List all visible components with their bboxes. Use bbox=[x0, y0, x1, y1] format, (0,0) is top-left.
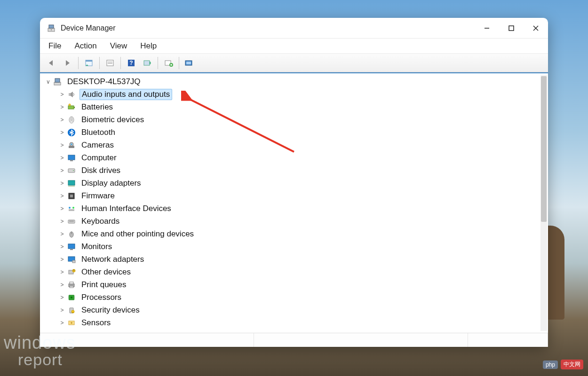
tree-item[interactable]: > Mice and other pointing devices bbox=[44, 227, 540, 240]
tree-item[interactable]: > Audio inputs and outputs bbox=[44, 88, 540, 101]
svg-rect-30 bbox=[68, 155, 75, 160]
app-icon bbox=[47, 24, 56, 33]
tree-item[interactable]: > Print queues bbox=[44, 278, 540, 291]
toolbar-scan[interactable] bbox=[140, 56, 154, 70]
tree-item[interactable]: > Sensors bbox=[44, 316, 540, 329]
tree-item[interactable]: > Human Interface Devices bbox=[44, 202, 540, 215]
svg-rect-21 bbox=[69, 93, 71, 96]
tree-item[interactable]: > Cameras bbox=[44, 139, 540, 151]
tree-item-label: Audio inputs and outputs bbox=[79, 89, 172, 100]
camera-icon bbox=[66, 141, 77, 150]
svg-rect-9 bbox=[107, 60, 113, 66]
tree-item-label: Disk drives bbox=[79, 165, 122, 176]
close-button[interactable] bbox=[524, 18, 548, 39]
expand-icon[interactable]: > bbox=[58, 294, 66, 301]
expand-icon[interactable]: > bbox=[58, 142, 66, 149]
hid-icon bbox=[66, 204, 77, 213]
toolbar-forward[interactable] bbox=[61, 56, 75, 70]
svg-rect-55 bbox=[70, 286, 73, 288]
minimize-button[interactable] bbox=[475, 18, 499, 39]
svg-rect-20 bbox=[55, 78, 60, 82]
expand-icon[interactable]: > bbox=[58, 155, 66, 161]
expand-icon[interactable]: > bbox=[58, 320, 66, 326]
svg-rect-14 bbox=[144, 61, 150, 65]
firmware-icon bbox=[66, 191, 77, 201]
svg-rect-4 bbox=[509, 26, 514, 31]
battery-icon bbox=[66, 102, 77, 112]
scrollbar-thumb[interactable] bbox=[541, 76, 547, 222]
mouse-icon bbox=[66, 229, 77, 239]
expand-icon[interactable]: > bbox=[58, 193, 66, 199]
tree-item-label: Monitors bbox=[79, 242, 114, 252]
menu-file[interactable]: File bbox=[48, 40, 62, 52]
expand-icon[interactable]: > bbox=[58, 205, 66, 212]
menu-action[interactable]: Action bbox=[73, 40, 97, 52]
expand-icon[interactable]: > bbox=[58, 243, 66, 250]
svg-point-29 bbox=[71, 143, 72, 145]
toolbar-help[interactable]: ? bbox=[124, 56, 138, 70]
menu-view[interactable]: View bbox=[109, 40, 128, 52]
watermark-php-cn: php 中文网 bbox=[543, 360, 583, 369]
toolbar-show-hidden[interactable] bbox=[82, 56, 96, 70]
tree-item-label: Other devices bbox=[79, 267, 133, 277]
tree-item[interactable]: > Computer bbox=[44, 151, 540, 164]
svg-point-39 bbox=[72, 207, 74, 209]
toolbar-views[interactable] bbox=[183, 56, 197, 70]
svg-rect-18 bbox=[186, 62, 191, 64]
expand-icon[interactable]: > bbox=[58, 129, 66, 136]
svg-rect-54 bbox=[70, 282, 73, 284]
expand-icon[interactable]: > bbox=[58, 167, 66, 174]
expand-icon[interactable]: > bbox=[58, 307, 66, 313]
tree-item[interactable]: > Firmware bbox=[44, 189, 540, 202]
tree-item[interactable]: > Processors bbox=[44, 291, 540, 304]
device-manager-window: Device Manager File Action View Help ? ∨… bbox=[40, 18, 548, 347]
expand-icon[interactable]: > bbox=[58, 218, 66, 225]
tree-item-label: Keyboards bbox=[79, 216, 121, 227]
expand-icon[interactable]: > bbox=[58, 104, 66, 110]
tree-item-label: Cameras bbox=[79, 140, 116, 150]
expand-icon[interactable]: > bbox=[58, 282, 66, 288]
tree-root-label: DESKTOP-4L537JQ bbox=[65, 77, 143, 87]
expand-icon[interactable]: > bbox=[58, 269, 66, 275]
toolbar-separator bbox=[99, 57, 100, 69]
tree-item[interactable]: > Network adapters bbox=[44, 253, 540, 266]
expand-icon[interactable]: ∨ bbox=[44, 78, 52, 85]
toolbar-properties[interactable] bbox=[103, 56, 117, 70]
svg-rect-23 bbox=[74, 107, 75, 108]
toolbar-back[interactable] bbox=[45, 56, 59, 70]
tree-item[interactable]: > Batteries bbox=[44, 101, 540, 113]
tree-item-label: Mice and other pointing devices bbox=[79, 229, 196, 239]
toolbar-separator bbox=[120, 57, 121, 69]
expand-icon[interactable]: > bbox=[58, 91, 66, 98]
tree-item[interactable]: > Disk drives bbox=[44, 164, 540, 177]
vertical-scrollbar[interactable] bbox=[540, 75, 547, 331]
tree-item-label: Batteries bbox=[79, 102, 115, 112]
tree-item-label: Bluetooth bbox=[79, 127, 117, 138]
tree-item[interactable]: > Keyboards bbox=[44, 215, 540, 227]
tree-item[interactable]: > Security devices bbox=[44, 304, 540, 316]
tree-item[interactable]: > Display adapters bbox=[44, 177, 540, 189]
expand-icon[interactable]: > bbox=[58, 256, 66, 263]
tree-root[interactable]: ∨ DESKTOP-4L537JQ bbox=[44, 75, 540, 88]
maximize-button[interactable] bbox=[499, 18, 524, 39]
tree-item[interactable]: > Bluetooth bbox=[44, 126, 540, 139]
fingerprint-icon bbox=[66, 115, 77, 125]
toolbar-update-driver[interactable] bbox=[161, 56, 175, 70]
tree-item[interactable]: > ? Other devices bbox=[44, 266, 540, 278]
toolbar-separator bbox=[179, 57, 179, 69]
expand-icon[interactable]: > bbox=[58, 180, 66, 187]
tree-item-label: Firmware bbox=[79, 191, 117, 201]
status-cell bbox=[468, 333, 548, 347]
statusbar bbox=[40, 333, 548, 347]
titlebar[interactable]: Device Manager bbox=[40, 18, 548, 39]
sensor-icon bbox=[66, 318, 77, 328]
device-tree[interactable]: ∨ DESKTOP-4L537JQ> Audio inputs and outp… bbox=[44, 75, 540, 331]
tree-item[interactable]: > Monitors bbox=[44, 240, 540, 253]
expand-icon[interactable]: > bbox=[58, 231, 66, 237]
speaker-icon bbox=[66, 90, 77, 99]
expand-icon[interactable]: > bbox=[58, 117, 66, 123]
menu-help[interactable]: Help bbox=[139, 40, 158, 52]
svg-text:?: ? bbox=[73, 269, 75, 272]
status-cell bbox=[254, 333, 468, 347]
tree-item[interactable]: > Biometric devices bbox=[44, 113, 540, 126]
